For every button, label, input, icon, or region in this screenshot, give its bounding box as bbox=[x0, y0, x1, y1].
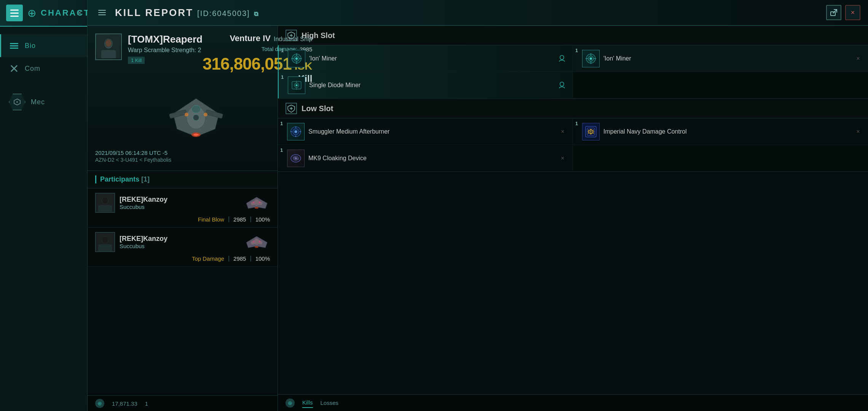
victim-header: [TOMX]Reaperd Warp Scramble Strength: 2 … bbox=[95, 33, 203, 66]
participant-2-info: [REKE]Kanzoy Succubus bbox=[120, 235, 168, 249]
participant-1-info: [REKE]Kanzoy Succubus bbox=[120, 196, 168, 210]
slot-item-afterburner[interactable]: 1 bbox=[278, 118, 573, 145]
svg-point-39 bbox=[102, 236, 108, 243]
participant-1-avatar bbox=[95, 193, 115, 213]
menu-button[interactable] bbox=[6, 5, 23, 21]
item-qty-3: 1 bbox=[281, 74, 284, 80]
svg-point-13 bbox=[106, 40, 112, 47]
high-slot-header: High Slot bbox=[278, 26, 868, 45]
mechanics-nav-label: Mec bbox=[31, 98, 45, 106]
bottom-bar-value: 17,871.33 bbox=[112, 400, 137, 407]
svg-point-74 bbox=[295, 130, 297, 133]
venture-ship-image bbox=[158, 87, 234, 148]
sidebar-item-mechanics[interactable]: Mec bbox=[0, 88, 87, 116]
percent-2: 100% bbox=[255, 255, 270, 262]
svg-point-35 bbox=[252, 202, 254, 204]
slots-container: High Slot 1 bbox=[278, 26, 868, 394]
vitruvian-icon: ⊕ bbox=[27, 6, 36, 20]
slot-item-single-diode[interactable]: 1 Singl bbox=[278, 72, 573, 99]
participant-2-header: [REKE]Kanzoy Succubus bbox=[95, 232, 270, 252]
imperial-navy-name: Imperial Navy Damage Control bbox=[603, 128, 850, 135]
svg-point-29 bbox=[102, 197, 108, 204]
copy-icon[interactable]: ⧉ bbox=[254, 11, 259, 17]
imperial-navy-icon bbox=[582, 123, 600, 140]
slot-item-ion-miner-1[interactable]: 1 bbox=[278, 45, 573, 72]
close-icon-imperial-navy[interactable]: × bbox=[854, 128, 862, 135]
sidebar-item-combat[interactable]: Com bbox=[0, 57, 87, 80]
kills-tab[interactable]: Kills bbox=[302, 398, 313, 408]
participants-count: [1] bbox=[141, 175, 150, 183]
bio-nav-label: Bio bbox=[25, 42, 36, 50]
low-slot-header: Low Slot bbox=[278, 99, 868, 118]
svg-rect-40 bbox=[98, 244, 112, 251]
svg-point-34 bbox=[255, 207, 258, 209]
losses-tab[interactable]: Losses bbox=[321, 398, 339, 408]
high-slot-section: High Slot 1 bbox=[278, 26, 868, 99]
participant-2-avatar bbox=[95, 232, 115, 252]
svg-point-26 bbox=[204, 113, 207, 116]
victim-info: [TOMX]Reaperd Warp Scramble Strength: 2 … bbox=[128, 33, 203, 66]
modal-header: KILL REPORT [ID:6045003] ⧉ × bbox=[88, 0, 868, 26]
svg-point-56 bbox=[560, 55, 564, 59]
sidebar-header: ⊕ CHARACTER × bbox=[0, 0, 87, 27]
ship-type: Industrial Ship bbox=[274, 36, 312, 43]
close-icon-ion-miner-2[interactable]: × bbox=[854, 55, 862, 62]
slot-item-imperial-navy[interactable]: 1 bbox=[573, 118, 868, 145]
item-qty-1: 1 bbox=[281, 48, 284, 53]
svg-point-46 bbox=[258, 241, 260, 243]
participant-card[interactable]: [REKE]Kanzoy Succubus bbox=[88, 188, 278, 228]
damage-1: 2985 bbox=[233, 216, 246, 223]
participant-1-ship: Succubus bbox=[120, 204, 168, 210]
bio-nav-icon bbox=[9, 40, 19, 51]
close-main-button[interactable]: × bbox=[77, 7, 83, 19]
bottom-bar-suffix: 1 bbox=[145, 400, 148, 407]
item-qty-2: 1 bbox=[575, 48, 578, 53]
slot-item-empty-2 bbox=[573, 145, 868, 172]
bottom-bar-icon: ⊕ bbox=[95, 399, 104, 408]
slots-bottom-icon: ⊕ bbox=[286, 398, 295, 408]
sidebar-item-bio[interactable]: Bio bbox=[0, 34, 87, 57]
victim-meta: 2021/09/15 06:14:28 UTC -5 AZN-D2 < 3-U4… bbox=[95, 150, 270, 163]
modal-menu-button[interactable] bbox=[95, 6, 109, 19]
participant-2-name: [REKE]Kanzoy bbox=[120, 235, 168, 243]
high-slot-items: 1 bbox=[278, 45, 868, 99]
victim-timestamp: 2021/09/15 06:14:28 UTC -5 bbox=[95, 150, 270, 156]
blow-type-1: Final Blow bbox=[198, 216, 224, 223]
ion-miner-icon-2 bbox=[582, 50, 600, 67]
ion-miner-name-1: 'Ion' Miner bbox=[309, 55, 554, 62]
close-icon-afterburner[interactable]: × bbox=[559, 128, 566, 135]
single-diode-icon bbox=[288, 76, 305, 94]
participant-1-header: [REKE]Kanzoy Succubus bbox=[95, 193, 270, 213]
svg-rect-30 bbox=[98, 205, 112, 212]
item-qty-5: 1 bbox=[575, 121, 578, 126]
ship-class: Venture IV bbox=[230, 33, 271, 43]
slot-item-ion-miner-2[interactable]: 1 bbox=[573, 45, 868, 72]
percent-1: 100% bbox=[255, 216, 270, 223]
participant-1-name: [REKE]Kanzoy bbox=[120, 196, 168, 204]
svg-point-25 bbox=[185, 113, 188, 116]
kill-report-body: [TOMX]Reaperd Warp Scramble Strength: 2 … bbox=[88, 26, 868, 411]
user-icon-single-diode bbox=[557, 81, 566, 90]
sidebar: ⊕ CHARACTER × Bio Com bbox=[0, 0, 88, 411]
slot-item-cloaking[interactable]: 1 bbox=[278, 145, 573, 172]
slot-item-empty-1 bbox=[573, 72, 868, 99]
low-slot-label: Low Slot bbox=[302, 104, 333, 113]
low-slot-items: 1 bbox=[278, 118, 868, 172]
svg-point-36 bbox=[258, 202, 260, 204]
cloaking-name: MK9 Cloaking Device bbox=[308, 155, 555, 162]
external-link-button[interactable] bbox=[826, 5, 841, 20]
victim-name: [TOMX]Reaperd bbox=[128, 33, 203, 45]
main-content: KILL REPORT [ID:6045003] ⧉ × bbox=[88, 0, 868, 411]
modal-close-button[interactable]: × bbox=[845, 5, 860, 20]
close-icon-cloaking[interactable]: × bbox=[559, 155, 566, 162]
svg-point-69 bbox=[560, 82, 564, 86]
participants-header: Participants [1] bbox=[88, 171, 278, 188]
svg-point-51 bbox=[295, 57, 298, 60]
svg-point-24 bbox=[193, 115, 199, 121]
victim-avatar bbox=[95, 33, 122, 60]
modal-title: KILL REPORT [ID:6045003] ⧉ bbox=[115, 7, 259, 19]
kill-report-modal: KILL REPORT [ID:6045003] ⧉ × bbox=[88, 0, 868, 411]
participant-card-2[interactable]: [REKE]Kanzoy Succubus bbox=[88, 228, 278, 267]
low-slot-icon bbox=[286, 103, 297, 114]
warp-scramble-strength: Warp Scramble Strength: 2 bbox=[128, 47, 203, 54]
